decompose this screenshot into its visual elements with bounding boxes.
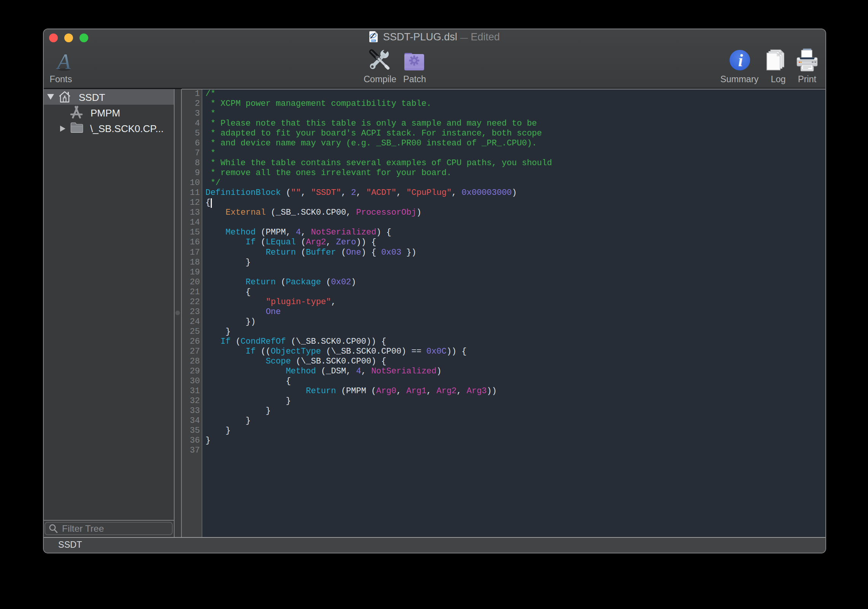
svg-text:DSL: DSL — [372, 40, 376, 42]
svg-text:A: A — [56, 49, 71, 73]
svg-text:i: i — [738, 51, 743, 70]
